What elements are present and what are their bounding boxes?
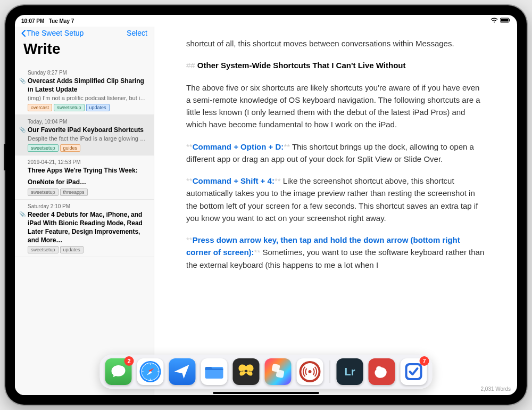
tag[interactable]: sweetsetup [28, 246, 59, 253]
battery-icon [500, 18, 511, 24]
paragraph: **Command + Option + D:** This shortcut … [186, 141, 485, 166]
select-button[interactable]: Select [127, 29, 147, 37]
tag[interactable]: sweetsetup [28, 188, 59, 196]
shortcuts-icon[interactable] [265, 358, 292, 385]
note-tags: sweetsetupguides [28, 144, 147, 152]
note-tags: overcastsweetsetupupdates [28, 104, 147, 111]
note-list[interactable]: 📎Sunday 8:27 PMOvercast Adds Simplified … [15, 66, 154, 395]
note-tags: sweetsetupupdates [28, 246, 147, 253]
butterfly-icon[interactable] [233, 358, 260, 385]
status-time: 10:07 PM Tue May 7 [21, 18, 74, 24]
back-label: The Sweet Setup [27, 29, 84, 37]
note-title: Three Apps We're Trying This Week: [28, 166, 147, 175]
page-title: Write [21, 37, 147, 62]
dock-separator [330, 360, 330, 383]
tag[interactable]: updates [60, 246, 84, 253]
editor-pane[interactable]: shortcut of all, this shortcut moves bet… [154, 27, 517, 395]
paragraph: The above five or six shortcuts are like… [186, 81, 485, 131]
paperclip-icon: 📎 [19, 211, 26, 217]
bear-icon[interactable] [369, 358, 395, 385]
paragraph: shortcut of all, this shortcut moves bet… [186, 37, 485, 50]
note-item[interactable]: 2019-04-21, 12:53 PMThree Apps We're Try… [15, 155, 154, 199]
note-date: Saturday 2:10 PM [28, 203, 147, 210]
note-item[interactable]: 📎Today, 10:04 PMOur Favorite iPad Keyboa… [15, 115, 154, 155]
note-item[interactable]: 📎Sunday 8:27 PMOvercast Adds Simplified … [15, 66, 154, 115]
tag[interactable]: threeapps [60, 188, 88, 196]
paragraph: **Press down arrow key, then tap and hol… [186, 234, 485, 271]
note-date: Sunday 8:27 PM [28, 69, 147, 76]
overcast-icon[interactable] [297, 358, 323, 385]
home-indicator[interactable] [213, 392, 319, 394]
note-preview: (img) I'm not a prolific podcast listene… [28, 94, 147, 102]
tag[interactable]: updates [86, 104, 110, 111]
note-title: Our Favorite iPad Keyboard Shortcuts [28, 126, 147, 134]
badge: 7 [420, 356, 429, 366]
paperclip-icon: 📎 [19, 127, 26, 133]
back-button[interactable]: The Sweet Setup [21, 29, 84, 37]
paragraph: **Command + Shift + 4:** Like the screen… [186, 175, 485, 224]
svg-point-11 [309, 370, 312, 373]
paperclip-icon: 📎 [19, 78, 26, 84]
badge: 2 [124, 356, 134, 366]
note-date: Today, 10:04 PM [28, 118, 147, 125]
lightroom-icon[interactable]: Lr [337, 358, 363, 385]
word-count: 2,031 Words [480, 386, 511, 392]
heading-2: ## Other System-Wide Shortcuts That I Ca… [186, 59, 485, 71]
files-icon[interactable] [201, 358, 228, 385]
button-edge [4, 144, 5, 170]
note-item[interactable]: 📎Saturday 2:10 PMReeder 4 Debuts for Mac… [15, 200, 154, 258]
status-bar: 10:07 PM Tue May 7 [15, 15, 517, 27]
safari-icon[interactable] [137, 358, 164, 385]
ipad-frame: 10:07 PM Tue May 7 [5, 5, 527, 405]
tag[interactable]: sweetsetup [28, 144, 59, 152]
chevron-left-icon [21, 30, 26, 37]
screen: 10:07 PM Tue May 7 [15, 15, 517, 395]
note-tags: sweetsetupthreeapps [28, 188, 147, 196]
tag[interactable]: sweetsetup [54, 104, 85, 111]
svg-rect-1 [501, 19, 509, 22]
note-preview: Despite the fact the iPad is a large glo… [28, 135, 147, 143]
messages-icon[interactable]: 2 [105, 358, 132, 385]
tag[interactable]: guides [60, 144, 81, 152]
tag[interactable]: overcast [28, 104, 52, 111]
wifi-icon [491, 18, 498, 24]
note-title: Reeder 4 Debuts for Mac, iPhone, and iPa… [28, 210, 147, 245]
svg-rect-2 [510, 19, 511, 21]
things-icon[interactable]: 7 [401, 358, 427, 385]
mail-icon[interactable] [169, 358, 196, 385]
dock: 2Lr7 [100, 355, 433, 389]
note-title: OneNote for iPad… [28, 178, 147, 186]
notes-sidebar: The Sweet Setup Select Write 📎Sunday 8:2… [15, 27, 154, 395]
note-date: 2019-04-21, 12:53 PM [28, 159, 147, 166]
note-title: Overcast Adds Simplified Clip Sharing in… [28, 77, 147, 94]
